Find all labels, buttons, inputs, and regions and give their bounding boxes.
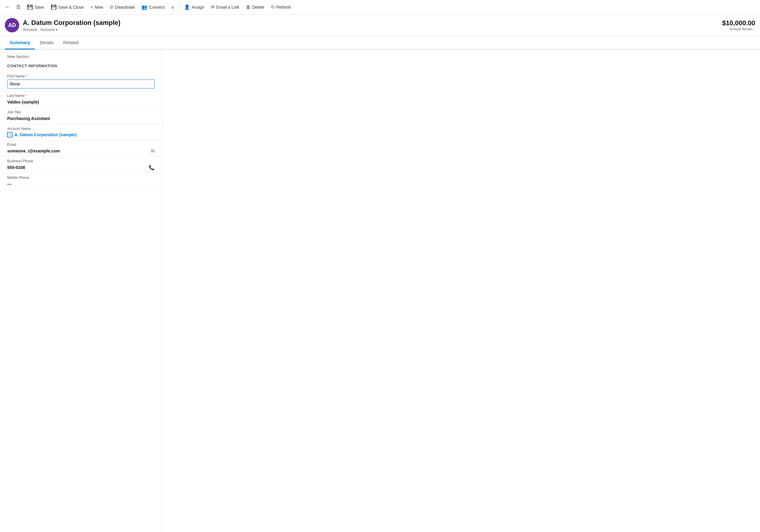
breadcrumb: Account · Account ∨ (23, 27, 722, 32)
save-close-icon: 💾 (51, 4, 57, 10)
connect-label: Connect (149, 5, 165, 10)
account-name-label: Account Name (7, 127, 155, 131)
field-business-phone: Business Phone 555-0108 📞 (0, 156, 162, 173)
field-first-name: First Name * (0, 72, 162, 91)
refresh-button[interactable]: ↻ Refresh (268, 2, 294, 12)
field-account-name: Account Name A A. Datum Corporation (sam… (0, 124, 162, 140)
record-header: AD A. Datum Corporation (sample) Account… (0, 15, 760, 36)
account-name-value: A. Datum Corporation (sample) (15, 132, 76, 137)
save-close-button[interactable]: 💾 Save & Close (48, 2, 87, 12)
save-icon: 💾 (27, 4, 33, 10)
field-email: Email someone_i@example.com ✉ (0, 140, 162, 156)
field-mobile-phone: Mobile Phone --- (0, 173, 162, 190)
refresh-label: Refresh (276, 5, 291, 10)
assign-button[interactable]: 👤 Assign (181, 2, 207, 12)
delete-button[interactable]: 🗑 Delete (243, 3, 267, 12)
email-action-icon[interactable]: ✉ (151, 148, 155, 154)
tab-related[interactable]: Related (58, 36, 83, 50)
field-last-name: Last Name * Valdes (sample) (0, 91, 162, 108)
record-title: A. Datum Corporation (sample) Account · … (23, 19, 722, 32)
field-job-title: Job Title Purchasing Assistant (0, 108, 162, 124)
email-value: someone_i@example.com (7, 148, 60, 154)
back-button[interactable]: ← (2, 2, 13, 12)
tab-summary[interactable]: Summary (5, 36, 35, 50)
section-title: CONTACT INFORMATION (0, 61, 162, 72)
first-name-label: First Name * (7, 74, 155, 78)
tab-details[interactable]: Details (35, 36, 58, 50)
last-name-value: Valdes (sample) (7, 99, 155, 105)
breadcrumb-chevron-icon: ∨ (55, 27, 58, 32)
job-title-value: Purchasing Assistant (7, 115, 155, 121)
record-revenue: $10,000.00 (722, 19, 755, 27)
business-phone-value-container: 555-0108 📞 (7, 164, 155, 170)
business-phone-value: 555-0108 (7, 164, 25, 170)
deactivate-label: Deactivate (115, 5, 135, 10)
record-revenue-container: $10,000.00 Annual Reven... (722, 19, 755, 31)
phone-action-icon[interactable]: 📞 (149, 165, 155, 170)
content-area: New Section CONTACT INFORMATION First Na… (0, 50, 760, 532)
connect-button[interactable]: 👥 Connect (138, 2, 167, 12)
save-label: Save (34, 5, 44, 10)
new-button[interactable]: + New (87, 3, 106, 12)
breadcrumb-subtype[interactable]: Account ∨ (40, 27, 58, 32)
record-revenue-label: Annual Reven... (722, 27, 755, 31)
first-name-required: * (25, 74, 27, 78)
account-icon: A (7, 132, 13, 137)
left-panel: New Section CONTACT INFORMATION First Na… (0, 50, 162, 532)
email-link-label: Email a Link (216, 5, 239, 10)
delete-label: Delete (252, 5, 264, 10)
new-icon: + (90, 5, 93, 10)
save-close-label: Save & Close (58, 5, 84, 10)
last-name-label: Last Name * (7, 94, 155, 98)
email-label: Email (7, 143, 155, 147)
page-icon: ☰ (16, 4, 21, 10)
right-panel (162, 50, 760, 532)
last-name-required: * (25, 94, 27, 98)
first-name-input[interactable] (7, 79, 155, 89)
deactivate-button[interactable]: ⊘ Deactivate (107, 2, 138, 12)
breadcrumb-separator: · (38, 27, 39, 32)
email-link-button[interactable]: ✉ Email a Link (208, 2, 242, 12)
deactivate-icon: ⊘ (110, 4, 114, 10)
section-header: New Section (0, 50, 162, 61)
assign-icon: 👤 (184, 4, 190, 10)
connect-icon: 👥 (141, 4, 147, 10)
avatar-initials: AD (8, 22, 16, 28)
more-button[interactable]: ∨ (168, 3, 177, 11)
save-button[interactable]: 💾 Save (24, 2, 47, 12)
tabs-bar: Summary Details Related (0, 36, 760, 50)
back-icon: ← (5, 4, 10, 10)
account-name-link[interactable]: A A. Datum Corporation (sample) (7, 132, 155, 137)
breadcrumb-type[interactable]: Account (23, 27, 37, 32)
page-icon-button[interactable]: ☰ (13, 2, 24, 12)
email-link-icon: ✉ (211, 4, 215, 10)
mobile-phone-value: --- (7, 181, 155, 187)
email-value-container: someone_i@example.com ✉ (7, 148, 155, 154)
refresh-icon: ↻ (271, 4, 275, 10)
assign-label: Assign (192, 5, 204, 10)
avatar: AD (5, 18, 19, 32)
delete-icon: 🗑 (246, 5, 251, 10)
job-title-label: Job Title (7, 110, 155, 114)
toolbar-divider (179, 4, 179, 11)
new-label: New (95, 5, 103, 10)
business-phone-label: Business Phone (7, 159, 155, 163)
toolbar: ← ☰ 💾 Save 💾 Save & Close + New ⊘ Deacti… (0, 0, 760, 15)
chevron-down-icon: ∨ (171, 5, 174, 10)
mobile-phone-label: Mobile Phone (7, 176, 155, 180)
record-name: A. Datum Corporation (sample) (23, 19, 722, 27)
